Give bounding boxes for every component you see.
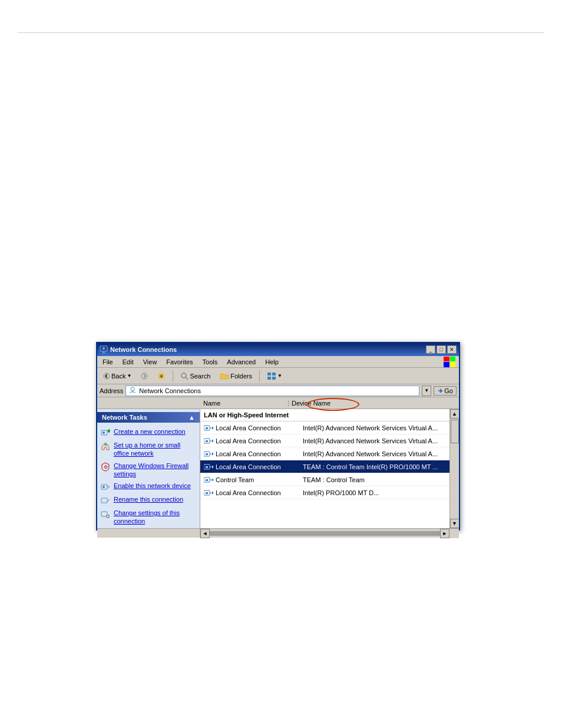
back-label: Back [111,373,125,380]
task-setup-home[interactable]: Set up a home or small office network [97,439,200,460]
menu-bar: File Edit View Favorites Tools Advanced … [97,356,459,368]
h-scroll-track[interactable] [210,531,440,536]
connection-row-3[interactable]: Local Area Connection Intel(R) Advanced … [200,447,449,460]
menu-view[interactable]: View [141,358,159,366]
enable-network-label: Enable this network device [114,482,191,490]
menu-favorites[interactable]: Favorites [164,358,194,366]
views-button[interactable]: ▼ [263,370,286,382]
lan-icon-1 [204,424,213,432]
svg-rect-31 [206,427,208,429]
lan-icon-4 [204,463,213,471]
svg-line-25 [107,499,110,502]
menu-edit[interactable]: Edit [121,358,135,366]
svg-rect-37 [212,440,213,442]
collapse-icon[interactable]: ▲ [189,414,195,421]
task-create-connection[interactable]: Create a new connection [97,426,200,439]
title-bar: Network Connections _ □ ✕ [97,343,459,356]
svg-rect-41 [212,453,213,455]
connection-row-5[interactable]: Control Team TEAM : Control Team [200,473,449,486]
connection-row-2[interactable]: Local Area Connection Intel(R) Advanced … [200,434,449,447]
address-dropdown-button[interactable]: ▼ [422,386,431,396]
change-settings-label: Change settings of this connection [114,509,196,526]
lan-icon-6 [204,489,213,497]
svg-rect-39 [206,453,208,455]
section-label-lan: LAN or High-Speed Internet [200,409,449,421]
conn-icon-2 [204,437,213,445]
connection-row-4[interactable]: Local Area Connection TEAM : Control Tea… [200,460,449,473]
views-dropdown[interactable]: ▼ [277,373,282,378]
svg-rect-10 [272,373,276,375]
back-dropdown[interactable]: ▼ [127,373,131,378]
svg-rect-35 [206,440,208,442]
task-change-settings[interactable]: Change settings of this connection [97,507,200,528]
search-button[interactable]: Search [177,370,214,382]
close-button[interactable]: ✕ [447,345,457,354]
svg-rect-19 [104,443,107,446]
search-label: Search [190,373,210,380]
forward-button[interactable] [137,371,151,381]
scroll-thumb[interactable] [451,420,459,443]
team-icon [204,476,213,484]
h-scroll-spacer [97,529,200,538]
task-change-firewall[interactable]: ⚙ Change Windows Firewall settings [97,460,200,480]
network-tasks-header[interactable]: Network Tasks ▲ [97,412,200,423]
h-scroll-right-button[interactable]: ► [440,529,449,538]
minimize-button[interactable]: _ [426,345,435,354]
lan-icon-3 [204,450,213,458]
connection-row-6[interactable]: Local Area Connection Intel(R) PRO/1000 … [200,486,449,499]
menu-tools[interactable]: Tools [201,358,220,366]
column-header: Name Device Name [97,397,459,409]
menu-help[interactable]: Help [263,358,280,366]
back-button[interactable]: Back ▼ [100,371,135,381]
column-name-header[interactable]: Name [200,400,289,407]
address-bar: Address Network Connections ▼ Go [97,384,459,397]
address-label: Address [100,387,123,394]
setup-home-label: Set up a home or small office network [114,441,196,458]
vertical-scrollbar[interactable]: ▲ ▼ [449,409,459,528]
window-icon [100,345,108,354]
conn-device-3: Intel(R) Advanced Network Services Virtu… [303,450,446,457]
title-bar-left: Network Connections [100,345,177,354]
menu-advanced[interactable]: Advanced [225,358,257,366]
scroll-down-arrow[interactable]: ▼ [450,519,459,528]
conn-name-4: Local Area Connection [216,463,300,470]
network-tasks-content: Create a new connection Set up a home or… [97,423,200,528]
maximize-button[interactable]: □ [437,345,446,354]
conn-name-1: Local Area Connection [216,424,300,431]
conn-name-2: Local Area Connection [216,437,300,444]
address-input[interactable]: Network Connections [125,386,419,396]
right-panel: LAN or High-Speed Internet Local Area Co… [200,409,449,528]
content-area: Network Tasks ▲ Create a new connection [97,409,459,528]
up-button[interactable] [154,370,169,382]
go-arrow-icon [437,388,443,394]
window-title: Network Connections [110,346,177,353]
task-enable-network[interactable]: Enable this network device [97,480,200,493]
svg-line-8 [186,377,188,380]
conn-device-2: Intel(R) Advanced Network Services Virtu… [303,437,446,444]
conn-icon-3 [204,450,213,458]
go-button[interactable]: Go [434,386,457,396]
conn-name-3: Local Area Connection [216,450,300,457]
folders-icon [220,372,229,380]
address-network-icon [128,387,137,395]
folders-button[interactable]: Folders [216,370,256,382]
svg-rect-53 [212,492,213,494]
conn-device-1: Intel(R) Advanced Network Services Virtu… [303,424,446,431]
svg-text:⚙: ⚙ [104,465,108,470]
svg-rect-49 [212,479,213,481]
scroll-up-arrow[interactable]: ▲ [450,409,459,419]
create-connection-label: Create a new connection [114,427,186,436]
svg-rect-23 [101,498,107,503]
svg-point-7 [181,373,186,378]
back-arrow-icon [103,373,110,380]
connection-row-1[interactable]: Local Area Connection Intel(R) Advanced … [200,421,449,434]
windows-logo [444,357,455,367]
menu-file[interactable]: File [101,358,115,366]
task-rename-connection[interactable]: Rename this connection [97,493,200,507]
go-label: Go [444,387,453,394]
svg-rect-9 [267,373,271,375]
svg-point-3 [103,347,105,350]
svg-rect-12 [272,377,276,380]
column-device-header[interactable]: Device Name [289,400,459,407]
h-scroll-left-button[interactable]: ◄ [200,529,210,538]
